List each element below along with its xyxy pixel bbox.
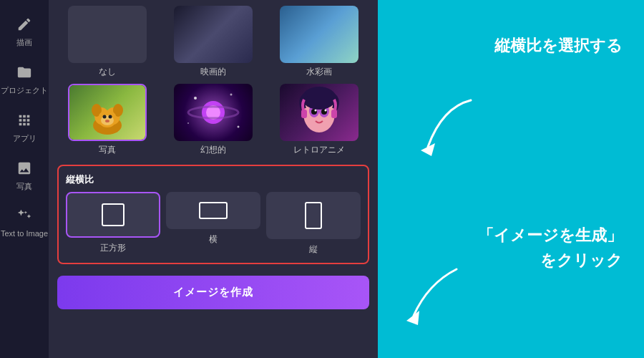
svg-point-23 bbox=[325, 110, 327, 112]
generate-button[interactable]: イメージを作成 bbox=[57, 276, 369, 309]
sidebar-item-draw-label: 描画 bbox=[16, 37, 32, 48]
landscape-shape-icon bbox=[199, 202, 228, 219]
svg-point-13 bbox=[194, 97, 197, 100]
style-thumb-nashi bbox=[68, 6, 147, 63]
aspect-box-portrait bbox=[266, 192, 361, 239]
svg-marker-28 bbox=[406, 311, 419, 325]
svg-point-16 bbox=[238, 126, 240, 128]
galaxy-illustration bbox=[174, 84, 253, 141]
style-label-shashin: 写真 bbox=[99, 144, 116, 156]
aspect-label-portrait: 縦 bbox=[309, 243, 318, 256]
arrow-bottom-area bbox=[399, 262, 471, 337]
portrait-shape-icon bbox=[305, 202, 322, 229]
svg-point-15 bbox=[187, 122, 189, 124]
square-shape-icon bbox=[102, 203, 125, 226]
sidebar-item-project[interactable]: プロジェクト bbox=[0, 55, 49, 103]
draw-icon bbox=[14, 14, 34, 34]
style-thumb-suisai bbox=[280, 6, 358, 63]
style-thumb-eiga bbox=[174, 6, 253, 63]
style-item-nashi[interactable]: なし bbox=[57, 6, 157, 78]
svg-rect-25 bbox=[301, 110, 307, 118]
style-label-suisai: 水彩画 bbox=[306, 66, 332, 78]
corgi-illustration bbox=[86, 100, 129, 136]
style-grid: なし 映画的 水彩画 bbox=[57, 6, 369, 156]
aspect-box-square bbox=[66, 192, 160, 238]
style-item-retro[interactable]: レトロアニメ bbox=[269, 84, 369, 156]
svg-point-22 bbox=[315, 110, 317, 112]
aspect-box-landscape bbox=[166, 192, 260, 229]
annotation-area: 縦横比を選択する 「イメージを生成」 をクリック bbox=[378, 0, 644, 358]
aspect-item-portrait[interactable]: 縦 bbox=[266, 192, 361, 256]
retro-anime-illustration bbox=[280, 84, 358, 141]
style-label-nashi: なし bbox=[99, 66, 116, 78]
generate-button-area: イメージを作成 bbox=[57, 276, 369, 309]
style-item-eiga[interactable]: 映画的 bbox=[163, 6, 263, 78]
arrow-top-icon bbox=[414, 93, 485, 165]
style-grid-area: なし 映画的 水彩画 bbox=[49, 0, 378, 159]
aspect-label-square: 正方形 bbox=[100, 242, 126, 254]
sidebar-item-photos[interactable]: 写真 bbox=[0, 151, 49, 199]
sidebar-item-draw[interactable]: 描画 bbox=[0, 7, 49, 55]
style-thumb-retro bbox=[280, 84, 358, 141]
aspect-item-square[interactable]: 正方形 bbox=[66, 192, 160, 256]
svg-point-8 bbox=[109, 115, 112, 119]
sidebar-item-photos-label: 写真 bbox=[16, 181, 32, 192]
arrow-bottom-icon bbox=[399, 262, 471, 334]
annotation-top: 縦横比を選択する bbox=[494, 36, 623, 57]
style-item-suisai[interactable]: 水彩画 bbox=[269, 6, 369, 78]
main-panel: なし 映画的 水彩画 bbox=[49, 0, 378, 358]
magic-icon bbox=[14, 206, 34, 226]
aspect-ratio-label: 縦横比 bbox=[66, 173, 361, 186]
image-icon bbox=[14, 158, 34, 178]
svg-point-7 bbox=[103, 115, 107, 119]
sidebar-item-text-to-image-label: Text to Image bbox=[1, 229, 48, 238]
aspect-item-landscape[interactable]: 横 bbox=[166, 192, 260, 256]
sidebar-item-apps[interactable]: アプリ bbox=[0, 103, 49, 151]
annotation-top-text: 縦横比を選択する bbox=[494, 36, 623, 57]
style-label-gensou: 幻想的 bbox=[200, 144, 226, 156]
annotation-bottom: 「イメージを生成」 をクリック bbox=[478, 225, 623, 272]
style-label-retro: レトロアニメ bbox=[293, 144, 345, 156]
sidebar-item-apps-label: アプリ bbox=[13, 133, 36, 144]
style-thumb-gensou bbox=[174, 84, 253, 141]
style-item-shashin[interactable]: 写真 bbox=[57, 84, 157, 156]
svg-rect-26 bbox=[331, 110, 337, 118]
arrow-top-area bbox=[414, 93, 485, 168]
folder-icon bbox=[14, 62, 34, 82]
sidebar-item-text-to-image[interactable]: Text to Image bbox=[0, 199, 49, 245]
aspect-ratio-section: 縦横比 正方形 横 縦 bbox=[57, 165, 369, 264]
svg-point-9 bbox=[105, 120, 109, 122]
annotation-bottom-text-line2: をクリック bbox=[540, 250, 623, 272]
svg-point-14 bbox=[230, 94, 233, 96]
aspect-label-landscape: 横 bbox=[209, 233, 218, 246]
style-label-eiga: 映画的 bbox=[200, 66, 226, 78]
style-item-gensou[interactable]: 幻想的 bbox=[163, 84, 263, 156]
aspect-ratio-grid: 正方形 横 縦 bbox=[66, 192, 361, 256]
annotation-bottom-text-line1: 「イメージを生成」 bbox=[478, 225, 623, 247]
grid-icon bbox=[14, 110, 34, 130]
style-thumb-shashin bbox=[68, 84, 147, 141]
sidebar: 描画 プロジェクト アプリ 写真 Text to Image bbox=[0, 0, 49, 358]
sidebar-item-project-label: プロジェクト bbox=[1, 85, 48, 96]
